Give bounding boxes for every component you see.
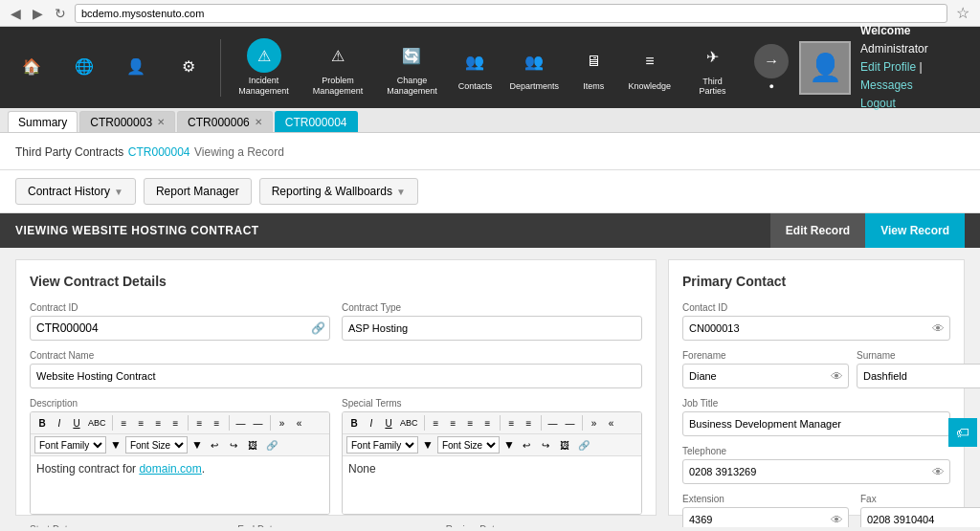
editor-section: Description B I U ABC ≡ ≡ ≡ ≡ ≡ ≡ — [30, 398, 642, 515]
description-font-family[interactable]: Font Family — [34, 436, 106, 454]
st-rte-align-center[interactable]: ≡ — [446, 414, 461, 431]
rte-list-ol[interactable]: ≡ — [210, 414, 225, 431]
nav-globe[interactable]: 🌐 — [59, 43, 107, 92]
forename-eye-icon[interactable]: 👁 — [831, 369, 843, 384]
st-rte-less[interactable]: « — [604, 414, 619, 431]
job-title-input[interactable] — [682, 411, 950, 436]
rte-align-left[interactable]: ≡ — [117, 414, 132, 431]
rte-redo[interactable]: ↪ — [226, 436, 241, 454]
contract-name-input[interactable] — [30, 364, 642, 388]
st-rte-align-justify[interactable]: ≡ — [480, 414, 496, 431]
surname-input[interactable] — [857, 364, 980, 388]
contract-history-button[interactable]: Contract History ▼ — [15, 178, 136, 205]
st-rte-bold[interactable]: B — [346, 414, 362, 431]
st-rte-underline[interactable]: U — [381, 414, 396, 431]
forename-input[interactable] — [682, 364, 849, 388]
refresh-button[interactable]: ↻ — [52, 6, 69, 21]
nav-change-management[interactable]: 🔄 Change Management — [377, 33, 447, 102]
nav-incident-management[interactable]: ⚠ Incident Management — [229, 33, 299, 102]
nav-more[interactable]: → ● — [747, 38, 795, 97]
url-input[interactable] — [75, 4, 947, 23]
contact-id-input[interactable] — [682, 316, 950, 341]
rte-bold[interactable]: B — [34, 414, 50, 431]
nav-home[interactable]: 🏠 — [8, 43, 56, 92]
nav-knowledge[interactable]: ≡ Knowledge — [621, 38, 678, 97]
st-rte-redo[interactable]: ↪ — [538, 436, 553, 454]
rte-align-justify[interactable]: ≡ — [168, 414, 184, 431]
rte-undo[interactable]: ↩ — [207, 436, 222, 454]
st-rte-image[interactable]: 🖼 — [557, 436, 572, 454]
description-domain-link[interactable]: domain.com — [139, 462, 201, 476]
edit-profile-link[interactable]: Edit Profile — [860, 60, 916, 74]
telephone-eye-icon[interactable]: 👁 — [932, 465, 945, 479]
report-manager-button[interactable]: Report Manager — [144, 178, 252, 205]
rte-align-center[interactable]: ≡ — [134, 414, 149, 431]
extension-input[interactable] — [682, 507, 849, 527]
special-terms-font-size[interactable]: Font Size — [437, 436, 500, 454]
st-rte-more[interactable]: » — [587, 414, 602, 431]
telephone-input[interactable] — [682, 459, 950, 484]
page-title-suffix: Viewing a Record — [194, 145, 284, 159]
rte-more[interactable]: » — [275, 414, 290, 431]
st-rte-list-ul[interactable]: ≡ — [504, 414, 520, 431]
rte-outdent[interactable]: — — [251, 414, 266, 431]
description-font-size[interactable]: Font Size — [125, 436, 188, 454]
messages-link[interactable]: Messages — [860, 78, 913, 92]
st-rte-align-left[interactable]: ≡ — [429, 414, 444, 431]
logout-link[interactable]: Logout — [860, 97, 896, 110]
st-rte-list-ol[interactable]: ≡ — [522, 414, 537, 431]
special-terms-font-family[interactable]: Font Family — [346, 436, 418, 454]
fax-field: 👁 — [860, 507, 980, 527]
rte-abc[interactable]: ABC — [86, 414, 108, 431]
rte-link[interactable]: 🔗 — [264, 436, 279, 454]
user-name: Administrator — [860, 40, 972, 58]
view-record-button[interactable]: View Record — [865, 213, 965, 248]
back-button[interactable]: ◀ — [8, 6, 24, 21]
st-rte-indent[interactable]: — — [546, 414, 561, 431]
rte-underline[interactable]: U — [69, 414, 84, 431]
fax-input[interactable] — [860, 507, 980, 527]
bookmark-icon[interactable]: ☆ — [953, 4, 972, 22]
nav-contacts[interactable]: 👥 Contacts — [451, 38, 499, 97]
page-record-id: CTR000004 — [128, 145, 190, 159]
tab-ctr000003-close[interactable]: ✕ — [157, 117, 165, 127]
description-body[interactable]: Hosting contract for domain.com. — [31, 456, 329, 514]
extension-eye-icon[interactable]: 👁 — [831, 513, 843, 527]
contact-id-eye-icon[interactable]: 👁 — [932, 321, 945, 336]
nav-separator-1 — [220, 39, 221, 97]
nav-departments[interactable]: 👥 Departments — [503, 38, 566, 97]
tab-ctr000006[interactable]: CTR000006 ✕ — [177, 111, 273, 132]
nav-settings[interactable]: ⚙ — [164, 43, 212, 92]
st-rte-outdent[interactable]: — — [563, 414, 578, 431]
ext-fax-row: Extension 👁 Fax 👁 — [682, 494, 950, 527]
st-rte-undo[interactable]: ↩ — [519, 436, 534, 454]
left-panel: View Contract Details Contract ID CTR000… — [15, 259, 657, 516]
link-icon[interactable]: 🔗 — [311, 321, 325, 335]
tag-button[interactable]: 🏷 — [948, 418, 977, 447]
nav-items[interactable]: 🖥 Items — [569, 38, 617, 97]
rte-less[interactable]: « — [292, 414, 307, 431]
rte-align-right[interactable]: ≡ — [151, 414, 167, 431]
edit-record-button[interactable]: Edit Record — [770, 213, 865, 248]
rte-italic[interactable]: I — [52, 414, 67, 431]
right-panel: Primary Contact Contact ID 👁 Forename 👁 … — [668, 259, 965, 516]
nav-third-parties[interactable]: ✈ Third Parties — [681, 33, 744, 101]
forward-button[interactable]: ▶ — [30, 6, 46, 21]
st-rte-align-right[interactable]: ≡ — [463, 414, 479, 431]
nav-user[interactable]: 👤 — [112, 43, 160, 92]
st-rte-abc[interactable]: ABC — [398, 414, 420, 431]
tab-ctr000003[interactable]: CTR000003 ✕ — [79, 111, 175, 132]
tab-ctr000006-close[interactable]: ✕ — [255, 117, 262, 127]
special-terms-body[interactable]: None — [343, 456, 641, 514]
rte-list-ul[interactable]: ≡ — [192, 414, 208, 431]
st-rte-link[interactable]: 🔗 — [576, 436, 591, 454]
nav-problem-management[interactable]: ⚠ Problem Management — [302, 33, 372, 102]
rte-image[interactable]: 🖼 — [245, 436, 260, 454]
tab-ctr000004[interactable]: CTR000004 — [275, 111, 358, 132]
contract-type-select[interactable]: ASP Hosting — [342, 316, 642, 341]
reporting-button[interactable]: Reporting & Wallboards ▼ — [259, 178, 418, 205]
st-rte-italic[interactable]: I — [364, 414, 379, 431]
tab-summary[interactable]: Summary — [8, 111, 78, 132]
contract-type-group: Contract Type ASP Hosting — [342, 302, 642, 341]
rte-indent[interactable]: — — [234, 414, 249, 431]
